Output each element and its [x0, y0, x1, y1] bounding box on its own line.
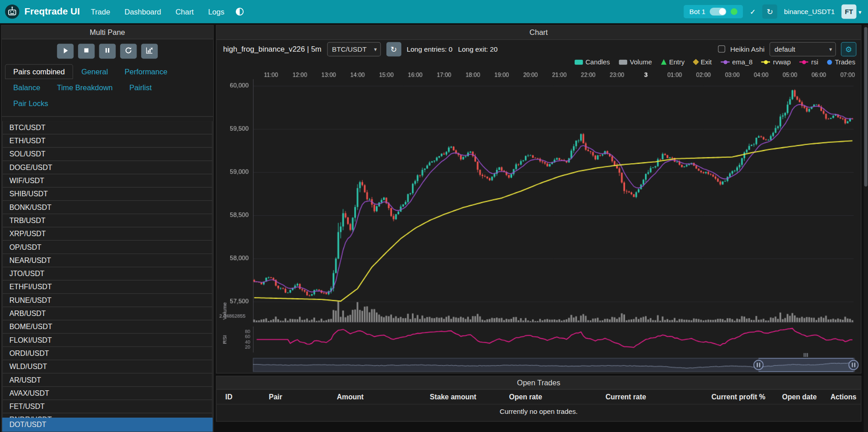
pair-list-item[interactable]: RUNE/USDT	[2, 293, 213, 307]
navbar-right: Bot 1 ✓ ↻ binance_USDT1 FT ▾	[684, 5, 862, 19]
main-nav: TradeDashboardChartLogs	[91, 7, 224, 15]
column-header[interactable]: Current rate	[597, 389, 703, 404]
bot-toggle[interactable]	[710, 8, 727, 15]
stop-button[interactable]	[78, 44, 95, 59]
pair-list-item[interactable]: NEAR/USDT	[2, 253, 213, 267]
page-scrollbar[interactable]	[863, 25, 868, 432]
play-button[interactable]	[57, 44, 74, 59]
tab[interactable]: Performance	[116, 64, 176, 79]
open-trades-header[interactable]: Open Trades	[216, 376, 861, 389]
legend-item[interactable]: Exit	[693, 58, 712, 66]
open-trades-columns: IDPairAmountStake amountOpen rateCurrent…	[216, 389, 861, 404]
theme-toggle-icon[interactable]	[235, 7, 244, 16]
nav-link[interactable]: Trade	[91, 7, 110, 15]
tab[interactable]: General	[73, 64, 116, 79]
user-menu[interactable]: FT ▾	[841, 5, 861, 19]
tab[interactable]: Time Breakdown	[49, 80, 121, 95]
legend-label: rvwap	[773, 58, 791, 66]
legend-item[interactable]: ema_8	[721, 58, 752, 66]
column-header[interactable]: ID	[216, 389, 260, 404]
tab[interactable]: Pair Locks	[5, 97, 57, 112]
refresh-icon	[125, 47, 132, 56]
pair-list-item[interactable]: ARB/USDT	[2, 307, 213, 321]
nav-link[interactable]: Chart	[176, 7, 194, 15]
pair-list-item[interactable]: WLD/USDT	[2, 360, 213, 374]
legend-item[interactable]: Candles	[575, 58, 610, 66]
pair-list-item[interactable]: FLOKI/USDT	[2, 333, 213, 347]
stop-icon	[83, 47, 90, 55]
pair-list-item[interactable]: JTO/USDT	[2, 267, 213, 281]
column-header[interactable]: Stake amount	[421, 389, 500, 404]
pair-list-item[interactable]: OP/USDT	[2, 240, 213, 254]
chart-refresh-button[interactable]: ↻	[386, 42, 401, 56]
legend-label: ema_8	[732, 58, 753, 66]
plot-config-select[interactable]: default	[770, 42, 836, 56]
column-header[interactable]: Amount	[328, 389, 421, 404]
legend-marker	[661, 59, 666, 65]
pair-list-item[interactable]: ETHFI/USDT	[2, 280, 213, 294]
pause-button[interactable]	[99, 44, 116, 59]
tab[interactable]: Pairs combined	[5, 64, 73, 79]
scrollbar-thumb[interactable]	[864, 27, 868, 187]
content: Multi Pane Pairs combinedGeneralPerforma…	[0, 23, 868, 432]
reload-button[interactable]: ↻	[762, 5, 777, 19]
legend-marker	[692, 59, 699, 65]
column-header[interactable]: Open date	[773, 389, 822, 404]
pair-list-item[interactable]: BOME/USDT	[2, 320, 213, 334]
main-column: Chart high_frog_binance_v226 | 5m BTC/US…	[216, 25, 861, 432]
pair-list-item[interactable]: BTC/USDT	[2, 121, 213, 135]
multi-pane-header[interactable]: Multi Pane	[2, 25, 213, 39]
pair-list-item[interactable]: SHIB/USDT	[2, 187, 213, 201]
column-header[interactable]: Actions	[822, 389, 861, 404]
plot-settings-button[interactable]: ⚙	[841, 42, 856, 56]
chart-toolbar-right: Heikin Ashi default ⚙	[718, 42, 856, 56]
pair-list-item[interactable]: DOGE/USDT	[2, 160, 213, 175]
play-icon	[62, 47, 69, 56]
nav-link[interactable]: Logs	[208, 7, 224, 15]
pair-list-item[interactable]: ETH/USDT	[2, 134, 213, 148]
pair-list-item[interactable]: FET/USDT	[2, 400, 213, 414]
pair-list-item[interactable]: SOL/USDT	[2, 147, 213, 161]
chart-panel-header[interactable]: Chart	[216, 25, 861, 40]
pair-list-item[interactable]: TRB/USDT	[2, 214, 213, 228]
pair-list-item[interactable]: WIF/USDT	[2, 174, 213, 188]
pair-list-item-selected[interactable]: DOT/USDT	[2, 418, 213, 432]
legend-item[interactable]: Trades	[827, 58, 855, 66]
legend-marker	[721, 61, 730, 62]
price-chart-canvas[interactable]	[218, 68, 859, 373]
chart-toolbar: high_frog_binance_v226 | 5m BTC/USDT ↻ L…	[216, 40, 861, 57]
legend-item[interactable]: Entry	[661, 58, 685, 66]
gear-icon: ⚙	[845, 44, 852, 53]
remove-chart-button[interactable]	[141, 44, 158, 59]
chart-remove-icon	[146, 47, 153, 56]
column-header[interactable]: Pair	[260, 389, 328, 404]
reload-bot-button[interactable]	[120, 44, 137, 59]
pair-list-item[interactable]: AR/USDT	[2, 373, 213, 387]
pair-list-item[interactable]: ORDI/USDT	[2, 347, 213, 361]
empty-trades-message: Currently no open trades.	[216, 404, 861, 421]
tab[interactable]: Pairlist	[121, 80, 160, 95]
refresh-icon: ↻	[390, 44, 397, 53]
pair-list-item[interactable]: BONK/USDT	[2, 200, 213, 214]
heikin-ashi-checkbox[interactable]	[718, 45, 725, 53]
pair-list-item[interactable]: AVAX/USDT	[2, 386, 213, 400]
legend-marker	[761, 61, 770, 62]
bot-name: Bot 1	[689, 8, 706, 15]
legend-item[interactable]: rvwap	[761, 58, 791, 66]
bot-selector[interactable]: Bot 1	[684, 5, 743, 18]
nav-link[interactable]: Dashboard	[125, 7, 161, 15]
navbar-left: Freqtrade UI TradeDashboardChartLogs	[5, 4, 244, 19]
pair-list-item[interactable]: XRP/USDT	[2, 227, 213, 241]
legend-item[interactable]: rsi	[800, 58, 818, 66]
reload-icon: ↻	[767, 7, 773, 16]
legend-label: Exit	[701, 58, 712, 66]
check-icon: ✓	[750, 7, 756, 15]
pair-select[interactable]: BTC/USDT	[327, 42, 380, 56]
tab[interactable]: Balance	[5, 80, 49, 95]
legend-marker	[800, 61, 809, 62]
chart-panel: Chart high_frog_binance_v226 | 5m BTC/US…	[216, 25, 861, 374]
legend-item[interactable]: Volume	[619, 58, 652, 66]
column-header[interactable]: Open rate	[500, 389, 597, 404]
freqtrade-logo-icon[interactable]	[5, 4, 20, 19]
column-header[interactable]: Current profit %	[702, 389, 773, 404]
